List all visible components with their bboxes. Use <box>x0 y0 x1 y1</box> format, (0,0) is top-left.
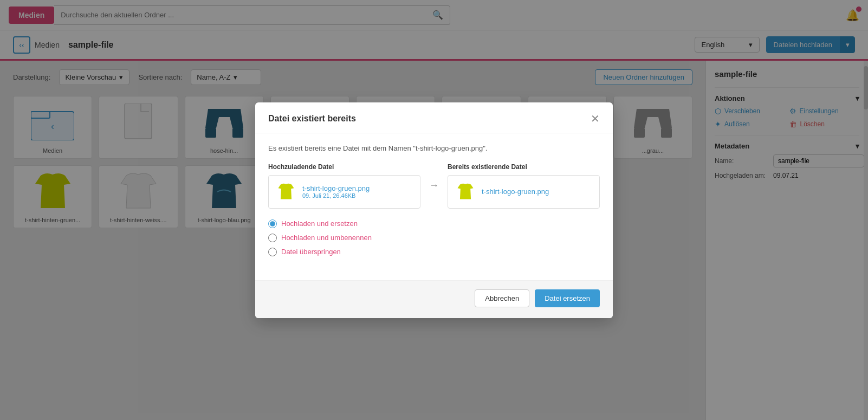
modal-description: Es existiert bereits eine Datei mit dem … <box>268 144 600 152</box>
upload-file-name: t-shirt-logo-gruen.png <box>302 184 370 192</box>
upload-file-info: t-shirt-logo-gruen.png 09. Juli 21, 26.4… <box>302 184 370 199</box>
modal-footer: Abbrechen Datei ersetzen <box>255 280 613 318</box>
existing-col-label: Bereits existierende Datei <box>448 163 600 171</box>
existing-file-card: t-shirt-logo-gruen.png <box>448 175 600 209</box>
existing-file-thumb <box>455 181 476 203</box>
existing-file-info: t-shirt-logo-gruen.png <box>482 188 549 196</box>
upload-file-thumb <box>275 181 297 203</box>
replace-button[interactable]: Datei ersetzen <box>535 289 600 307</box>
modal-body: Es existiert bereits eine Datei mit dem … <box>255 133 613 280</box>
modal-title: Datei existiert bereits <box>268 114 356 124</box>
existing-file-name: t-shirt-logo-gruen.png <box>482 188 549 196</box>
option-skip-radio[interactable] <box>268 248 277 256</box>
file-compare: Hochzuladende Datei t-shirt-logo-gruen.p… <box>268 163 600 209</box>
option-rename-radio[interactable] <box>268 234 277 242</box>
upload-col-label: Hochzuladende Datei <box>268 163 420 171</box>
option-replace-radio[interactable] <box>268 219 277 228</box>
modal-header: Datei existiert bereits ✕ <box>255 102 613 133</box>
option-skip[interactable]: Datei überspringen <box>268 248 600 256</box>
option-rename-label: Hochladen und umbenennen <box>281 234 372 242</box>
modal-overlay[interactable]: Datei existiert bereits ✕ Es existiert b… <box>0 0 868 420</box>
file-exists-modal: Datei existiert bereits ✕ Es existiert b… <box>255 102 613 318</box>
existing-file-col: Bereits existierende Datei t-shirt-logo-… <box>448 163 600 209</box>
radio-group: Hochladen und ersetzen Hochladen und umb… <box>268 219 600 256</box>
option-replace-label: Hochladen und ersetzen <box>281 219 358 228</box>
modal-close-button[interactable]: ✕ <box>591 113 600 124</box>
option-rename[interactable]: Hochladen und umbenennen <box>268 234 600 242</box>
upload-file-card: t-shirt-logo-gruen.png 09. Juli 21, 26.4… <box>268 175 420 209</box>
upload-file-meta: 09. Juli 21, 26.46KB <box>302 192 370 199</box>
upload-file-col: Hochzuladende Datei t-shirt-logo-gruen.p… <box>268 163 420 209</box>
cancel-button[interactable]: Abbrechen <box>475 289 529 307</box>
option-skip-label: Datei überspringen <box>281 248 341 256</box>
arrow-right-icon: → <box>429 180 439 191</box>
option-replace[interactable]: Hochladen und ersetzen <box>268 219 600 228</box>
